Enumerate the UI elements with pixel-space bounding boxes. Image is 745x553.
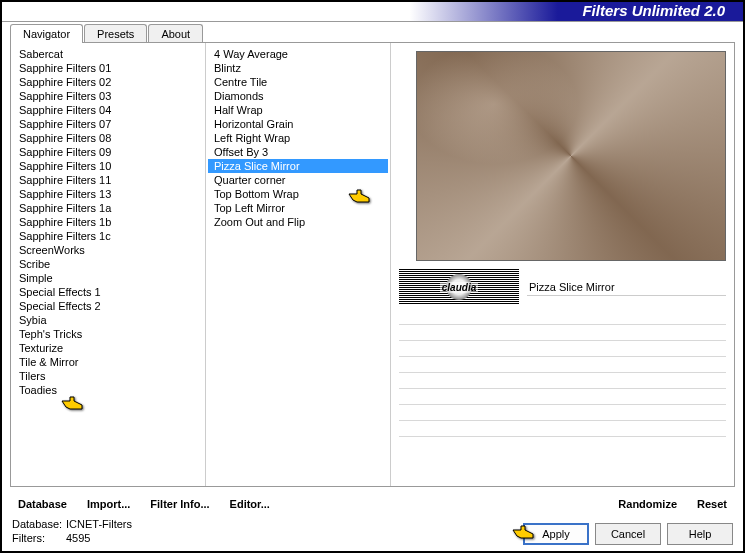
list-item[interactable]: 4 Way Average — [208, 47, 388, 61]
database-button[interactable]: Database — [12, 494, 73, 514]
tab-presets[interactable]: Presets — [84, 24, 147, 43]
list-item[interactable]: Blintz — [208, 61, 388, 75]
filter-info-button[interactable]: Filter Info... — [144, 494, 215, 514]
list-item[interactable]: Sapphire Filters 07 — [13, 117, 203, 131]
list-item[interactable]: Sapphire Filters 13 — [13, 187, 203, 201]
param-row — [399, 373, 726, 389]
list-item[interactable]: Sapphire Filters 1a — [13, 201, 203, 215]
filter-list[interactable]: 4 Way AverageBlintzCentre TileDiamondsHa… — [206, 43, 390, 486]
parameter-rows — [399, 309, 726, 437]
tab-strip: Navigator Presets About — [2, 24, 743, 43]
list-item[interactable]: Centre Tile — [208, 75, 388, 89]
randomize-button[interactable]: Randomize — [612, 494, 683, 514]
filter-column: 4 Way AverageBlintzCentre TileDiamondsHa… — [206, 43, 391, 486]
db-value: ICNET-Filters — [66, 518, 132, 530]
current-filter-name: Pizza Slice Mirror — [527, 279, 726, 296]
list-item[interactable]: Sapphire Filters 11 — [13, 173, 203, 187]
param-row — [399, 309, 726, 325]
tab-about[interactable]: About — [148, 24, 203, 43]
list-item[interactable]: Sapphire Filters 09 — [13, 145, 203, 159]
list-item[interactable]: Sapphire Filters 10 — [13, 159, 203, 173]
preview-column: claudia Pizza Slice Mirror — [391, 43, 734, 486]
footer-buttons: Apply Cancel Help — [523, 523, 733, 545]
filter-name-row: claudia Pizza Slice Mirror — [399, 269, 726, 305]
filters-count-value: 4595 — [66, 532, 90, 544]
apply-button[interactable]: Apply — [523, 523, 589, 545]
list-item[interactable]: Tile & Mirror — [13, 355, 203, 369]
list-item[interactable]: Sapphire Filters 1b — [13, 215, 203, 229]
list-item[interactable]: Teph's Tricks — [13, 327, 203, 341]
category-column: SabercatSapphire Filters 01Sapphire Filt… — [11, 43, 206, 486]
watermark: claudia — [399, 269, 519, 305]
list-item[interactable]: Sapphire Filters 01 — [13, 61, 203, 75]
list-item[interactable]: Left Right Wrap — [208, 131, 388, 145]
list-item[interactable]: Top Bottom Wrap — [208, 187, 388, 201]
list-item[interactable]: Diamonds — [208, 89, 388, 103]
list-item[interactable]: Sabercat — [13, 47, 203, 61]
cancel-button[interactable]: Cancel — [595, 523, 661, 545]
titlebar: Filters Unlimited 2.0 — [2, 2, 743, 22]
footer: Database:ICNET-Filters Filters:4595 Appl… — [12, 517, 733, 545]
list-item[interactable]: Special Effects 1 — [13, 285, 203, 299]
list-item[interactable]: Toadies — [13, 383, 203, 397]
list-item[interactable]: Scribe — [13, 257, 203, 271]
import-button[interactable]: Import... — [81, 494, 136, 514]
reset-button[interactable]: Reset — [691, 494, 733, 514]
list-item[interactable]: Offset By 3 — [208, 145, 388, 159]
editor-button[interactable]: Editor... — [224, 494, 276, 514]
list-item[interactable]: Sapphire Filters 04 — [13, 103, 203, 117]
list-item[interactable]: Sapphire Filters 02 — [13, 75, 203, 89]
list-item[interactable]: Half Wrap — [208, 103, 388, 117]
filters-count-label: Filters: — [12, 531, 66, 545]
footer-info: Database:ICNET-Filters Filters:4595 — [12, 517, 132, 545]
watermark-text: claudia — [440, 282, 478, 293]
list-item[interactable]: Sapphire Filters 08 — [13, 131, 203, 145]
list-item[interactable]: Sapphire Filters 1c — [13, 229, 203, 243]
param-row — [399, 341, 726, 357]
param-row — [399, 389, 726, 405]
list-item[interactable]: Horizontal Grain — [208, 117, 388, 131]
list-item[interactable]: Texturize — [13, 341, 203, 355]
help-button[interactable]: Help — [667, 523, 733, 545]
list-item[interactable]: Tilers — [13, 369, 203, 383]
tab-navigator[interactable]: Navigator — [10, 24, 83, 43]
list-item[interactable]: Sybia — [13, 313, 203, 327]
toolbar-row: Database Import... Filter Info... Editor… — [2, 488, 743, 520]
db-label: Database: — [12, 517, 66, 531]
list-item[interactable]: Sapphire Filters 03 — [13, 89, 203, 103]
list-item[interactable]: Top Left Mirror — [208, 201, 388, 215]
category-list[interactable]: SabercatSapphire Filters 01Sapphire Filt… — [11, 43, 205, 486]
list-item[interactable]: Quarter corner — [208, 173, 388, 187]
param-row — [399, 357, 726, 373]
list-item[interactable]: Special Effects 2 — [13, 299, 203, 313]
list-item[interactable]: ScreenWorks — [13, 243, 203, 257]
list-item[interactable]: Pizza Slice Mirror — [208, 159, 388, 173]
tab-panel: SabercatSapphire Filters 01Sapphire Filt… — [10, 42, 735, 487]
param-row — [399, 405, 726, 421]
param-row — [399, 421, 726, 437]
list-item[interactable]: Simple — [13, 271, 203, 285]
app-title: Filters Unlimited 2.0 — [582, 2, 725, 19]
list-item[interactable]: Zoom Out and Flip — [208, 215, 388, 229]
param-row — [399, 325, 726, 341]
preview-image — [416, 51, 726, 261]
